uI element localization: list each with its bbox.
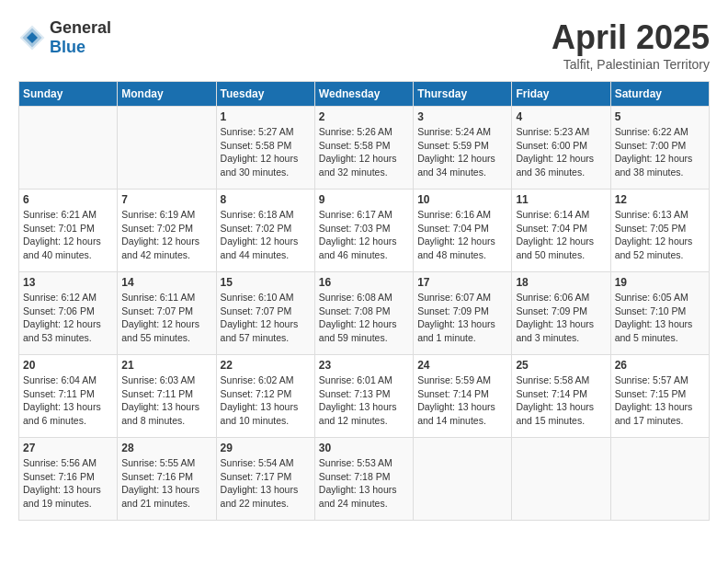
day-number: 17: [417, 276, 507, 289]
calendar-week-2: 6Sunrise: 6:21 AM Sunset: 7:01 PM Daylig…: [19, 190, 710, 272]
calendar-cell: 9Sunrise: 6:17 AM Sunset: 7:03 PM Daylig…: [314, 190, 413, 272]
weekday-header-thursday: Thursday: [414, 82, 512, 107]
day-number: 4: [516, 110, 606, 123]
calendar-header: SundayMondayTuesdayWednesdayThursdayFrid…: [19, 82, 710, 107]
cell-content: Sunrise: 6:16 AM Sunset: 7:04 PM Dayligh…: [417, 208, 507, 262]
weekday-header-row: SundayMondayTuesdayWednesdayThursdayFrid…: [19, 82, 710, 107]
cell-content: Sunrise: 6:08 AM Sunset: 7:08 PM Dayligh…: [319, 291, 409, 345]
calendar-cell: 20Sunrise: 6:04 AM Sunset: 7:11 PM Dayli…: [19, 355, 118, 438]
weekday-header-friday: Friday: [512, 82, 610, 107]
calendar-cell: 1Sunrise: 5:27 AM Sunset: 5:58 PM Daylig…: [216, 107, 314, 190]
calendar-cell: 6Sunrise: 6:21 AM Sunset: 7:01 PM Daylig…: [19, 190, 118, 272]
calendar-cell: [610, 438, 709, 521]
cell-content: Sunrise: 6:14 AM Sunset: 7:04 PM Dayligh…: [516, 208, 606, 262]
day-number: 9: [319, 193, 409, 206]
cell-content: Sunrise: 5:53 AM Sunset: 7:18 PM Dayligh…: [319, 456, 409, 511]
day-number: 29: [221, 442, 311, 454]
logo-blue-text: Blue: [50, 38, 85, 56]
day-number: 24: [417, 359, 507, 372]
cell-content: Sunrise: 5:23 AM Sunset: 6:00 PM Dayligh…: [516, 125, 606, 179]
weekday-header-monday: Monday: [118, 82, 216, 107]
calendar-cell: 15Sunrise: 6:10 AM Sunset: 7:07 PM Dayli…: [216, 272, 314, 355]
day-number: 8: [221, 193, 311, 206]
calendar-cell: 10Sunrise: 6:16 AM Sunset: 7:04 PM Dayli…: [414, 190, 512, 272]
day-number: 2: [319, 110, 409, 123]
day-number: 25: [516, 359, 606, 372]
cell-content: Sunrise: 5:24 AM Sunset: 5:59 PM Dayligh…: [417, 125, 507, 179]
day-number: 5: [615, 110, 705, 123]
weekday-header-sunday: Sunday: [19, 82, 118, 107]
calendar-cell: 5Sunrise: 6:22 AM Sunset: 7:00 PM Daylig…: [610, 107, 709, 190]
calendar-cell: 16Sunrise: 6:08 AM Sunset: 7:08 PM Dayli…: [314, 272, 413, 355]
calendar-cell: 21Sunrise: 6:03 AM Sunset: 7:11 PM Dayli…: [118, 355, 216, 438]
cell-content: Sunrise: 5:57 AM Sunset: 7:15 PM Dayligh…: [615, 373, 705, 428]
calendar-cell: [414, 438, 512, 521]
calendar-cell: 18Sunrise: 6:06 AM Sunset: 7:09 PM Dayli…: [512, 272, 610, 355]
cell-content: Sunrise: 6:07 AM Sunset: 7:09 PM Dayligh…: [417, 291, 507, 345]
cell-content: Sunrise: 6:17 AM Sunset: 7:03 PM Dayligh…: [319, 208, 409, 262]
cell-content: Sunrise: 5:54 AM Sunset: 7:17 PM Dayligh…: [221, 456, 311, 511]
logo: General Blue: [18, 18, 111, 57]
cell-content: Sunrise: 6:04 AM Sunset: 7:11 PM Dayligh…: [23, 373, 113, 428]
calendar-cell: 13Sunrise: 6:12 AM Sunset: 7:06 PM Dayli…: [19, 272, 118, 355]
calendar-table: SundayMondayTuesdayWednesdayThursdayFrid…: [18, 81, 710, 521]
page-header: General Blue April 2025 Talfit, Palestin…: [18, 18, 710, 72]
cell-content: Sunrise: 6:01 AM Sunset: 7:13 PM Dayligh…: [319, 373, 409, 428]
month-year-title: April 2025: [552, 18, 710, 57]
cell-content: Sunrise: 6:03 AM Sunset: 7:11 PM Dayligh…: [121, 373, 211, 428]
day-number: 27: [23, 442, 113, 454]
calendar-body: 1Sunrise: 5:27 AM Sunset: 5:58 PM Daylig…: [19, 107, 710, 521]
cell-content: Sunrise: 6:21 AM Sunset: 7:01 PM Dayligh…: [23, 208, 113, 262]
cell-content: Sunrise: 6:18 AM Sunset: 7:02 PM Dayligh…: [221, 208, 311, 262]
cell-content: Sunrise: 5:59 AM Sunset: 7:14 PM Dayligh…: [417, 373, 507, 428]
cell-content: Sunrise: 6:02 AM Sunset: 7:12 PM Dayligh…: [221, 373, 311, 428]
calendar-cell: [512, 438, 610, 521]
day-number: 26: [615, 359, 705, 372]
weekday-header-tuesday: Tuesday: [216, 82, 314, 107]
day-number: 6: [23, 193, 113, 206]
day-number: 3: [417, 110, 507, 123]
cell-content: Sunrise: 6:22 AM Sunset: 7:00 PM Dayligh…: [615, 125, 705, 179]
day-number: 11: [516, 193, 606, 206]
calendar-cell: [19, 107, 118, 190]
weekday-header-wednesday: Wednesday: [314, 82, 413, 107]
day-number: 30: [319, 442, 409, 454]
title-block: April 2025 Talfit, Palestinian Territory: [552, 18, 710, 72]
calendar-cell: 28Sunrise: 5:55 AM Sunset: 7:16 PM Dayli…: [118, 438, 216, 521]
calendar-cell: 14Sunrise: 6:11 AM Sunset: 7:07 PM Dayli…: [118, 272, 216, 355]
day-number: 18: [516, 276, 606, 289]
cell-content: Sunrise: 6:19 AM Sunset: 7:02 PM Dayligh…: [121, 208, 211, 262]
calendar-cell: 25Sunrise: 5:58 AM Sunset: 7:14 PM Dayli…: [512, 355, 610, 438]
calendar-cell: 27Sunrise: 5:56 AM Sunset: 7:16 PM Dayli…: [19, 438, 118, 521]
day-number: 12: [615, 193, 705, 206]
day-number: 19: [615, 276, 705, 289]
calendar-week-4: 20Sunrise: 6:04 AM Sunset: 7:11 PM Dayli…: [19, 355, 710, 438]
calendar-cell: 30Sunrise: 5:53 AM Sunset: 7:18 PM Dayli…: [314, 438, 413, 521]
day-number: 20: [23, 359, 113, 372]
day-number: 16: [319, 276, 409, 289]
cell-content: Sunrise: 6:11 AM Sunset: 7:07 PM Dayligh…: [121, 291, 211, 345]
cell-content: Sunrise: 6:12 AM Sunset: 7:06 PM Dayligh…: [23, 291, 113, 345]
cell-content: Sunrise: 5:26 AM Sunset: 5:58 PM Dayligh…: [319, 125, 409, 179]
calendar-cell: 7Sunrise: 6:19 AM Sunset: 7:02 PM Daylig…: [118, 190, 216, 272]
calendar-cell: 26Sunrise: 5:57 AM Sunset: 7:15 PM Dayli…: [610, 355, 709, 438]
day-number: 21: [121, 359, 211, 372]
calendar-cell: 22Sunrise: 6:02 AM Sunset: 7:12 PM Dayli…: [216, 355, 314, 438]
day-number: 1: [221, 110, 311, 123]
day-number: 7: [121, 193, 211, 206]
calendar-cell: [118, 107, 216, 190]
calendar-cell: 17Sunrise: 6:07 AM Sunset: 7:09 PM Dayli…: [414, 272, 512, 355]
weekday-header-saturday: Saturday: [610, 82, 709, 107]
calendar-cell: 2Sunrise: 5:26 AM Sunset: 5:58 PM Daylig…: [314, 107, 413, 190]
logo-general-text: General: [50, 18, 111, 37]
calendar-cell: 12Sunrise: 6:13 AM Sunset: 7:05 PM Dayli…: [610, 190, 709, 272]
calendar-cell: 8Sunrise: 6:18 AM Sunset: 7:02 PM Daylig…: [216, 190, 314, 272]
cell-content: Sunrise: 6:06 AM Sunset: 7:09 PM Dayligh…: [516, 291, 606, 345]
day-number: 28: [121, 442, 211, 454]
day-number: 23: [319, 359, 409, 372]
day-number: 15: [221, 276, 311, 289]
cell-content: Sunrise: 6:13 AM Sunset: 7:05 PM Dayligh…: [615, 208, 705, 262]
cell-content: Sunrise: 6:10 AM Sunset: 7:07 PM Dayligh…: [221, 291, 311, 345]
day-number: 10: [417, 193, 507, 206]
cell-content: Sunrise: 6:05 AM Sunset: 7:10 PM Dayligh…: [615, 291, 705, 345]
